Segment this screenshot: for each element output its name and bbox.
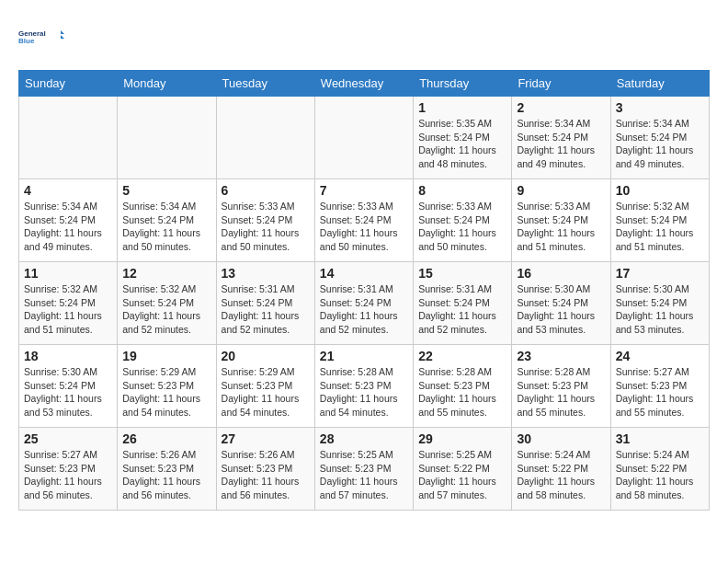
logo: General Blue <box>18 18 64 55</box>
calendar-cell: 9Sunrise: 5:33 AM Sunset: 5:24 PM Daylig… <box>512 179 610 262</box>
day-number: 21 <box>320 349 408 363</box>
day-number: 20 <box>222 349 310 363</box>
calendar-cell: 1Sunrise: 5:35 AM Sunset: 5:24 PM Daylig… <box>414 97 512 179</box>
calendar-cell: 20Sunrise: 5:29 AM Sunset: 5:23 PM Dayli… <box>216 345 314 428</box>
calendar-cell: 18Sunrise: 5:30 AM Sunset: 5:24 PM Dayli… <box>19 345 118 428</box>
day-number: 11 <box>24 266 112 281</box>
calendar-cell: 6Sunrise: 5:33 AM Sunset: 5:24 PM Daylig… <box>216 179 314 262</box>
calendar-cell: 11Sunrise: 5:32 AM Sunset: 5:24 PM Dayli… <box>19 262 118 345</box>
day-number: 5 <box>122 183 210 198</box>
page-header: General Blue <box>18 18 710 55</box>
day-number: 29 <box>418 431 506 446</box>
calendar-cell: 14Sunrise: 5:31 AM Sunset: 5:24 PM Dayli… <box>314 262 413 345</box>
calendar-cell: 7Sunrise: 5:33 AM Sunset: 5:24 PM Daylig… <box>314 179 413 262</box>
day-number: 4 <box>24 183 112 198</box>
day-detail: Sunrise: 5:32 AM Sunset: 5:24 PM Dayligh… <box>122 282 210 337</box>
day-detail: Sunrise: 5:34 AM Sunset: 5:24 PM Dayligh… <box>24 200 112 254</box>
day-number: 26 <box>122 431 210 446</box>
calendar-cell: 12Sunrise: 5:32 AM Sunset: 5:24 PM Dayli… <box>118 262 216 345</box>
day-number: 28 <box>320 431 408 446</box>
calendar-cell: 4Sunrise: 5:34 AM Sunset: 5:24 PM Daylig… <box>19 179 118 262</box>
day-detail: Sunrise: 5:25 AM Sunset: 5:22 PM Dayligh… <box>418 448 506 502</box>
day-detail: Sunrise: 5:33 AM Sunset: 5:24 PM Dayligh… <box>222 200 310 254</box>
calendar-cell: 15Sunrise: 5:31 AM Sunset: 5:24 PM Dayli… <box>414 262 512 345</box>
calendar-cell: 29Sunrise: 5:25 AM Sunset: 5:22 PM Dayli… <box>414 428 512 511</box>
day-number: 14 <box>320 266 408 281</box>
calendar-cell <box>216 97 314 179</box>
calendar-cell: 5Sunrise: 5:34 AM Sunset: 5:24 PM Daylig… <box>118 179 216 262</box>
calendar-cell: 25Sunrise: 5:27 AM Sunset: 5:23 PM Dayli… <box>19 428 118 511</box>
day-number: 1 <box>418 100 506 115</box>
day-detail: Sunrise: 5:25 AM Sunset: 5:23 PM Dayligh… <box>320 448 408 502</box>
day-detail: Sunrise: 5:30 AM Sunset: 5:24 PM Dayligh… <box>517 282 605 337</box>
day-number: 13 <box>222 266 310 281</box>
calendar-cell: 24Sunrise: 5:27 AM Sunset: 5:23 PM Dayli… <box>610 345 709 428</box>
day-number: 27 <box>222 431 310 446</box>
day-detail: Sunrise: 5:35 AM Sunset: 5:24 PM Dayligh… <box>418 117 506 171</box>
day-detail: Sunrise: 5:26 AM Sunset: 5:23 PM Dayligh… <box>122 448 210 502</box>
calendar-cell: 8Sunrise: 5:33 AM Sunset: 5:24 PM Daylig… <box>414 179 512 262</box>
calendar-cell: 30Sunrise: 5:24 AM Sunset: 5:22 PM Dayli… <box>512 428 610 511</box>
svg-marker-2 <box>61 30 64 34</box>
day-header-wednesday: Wednesday <box>314 71 413 97</box>
day-number: 31 <box>616 431 704 446</box>
day-detail: Sunrise: 5:29 AM Sunset: 5:23 PM Dayligh… <box>122 365 210 419</box>
calendar-week-row: 1Sunrise: 5:35 AM Sunset: 5:24 PM Daylig… <box>19 97 710 179</box>
day-number: 17 <box>616 266 704 281</box>
day-number: 9 <box>517 183 605 198</box>
day-header-friday: Friday <box>512 71 610 97</box>
day-number: 23 <box>517 349 605 363</box>
calendar-cell <box>314 97 413 179</box>
day-header-thursday: Thursday <box>414 71 512 97</box>
calendar-cell: 19Sunrise: 5:29 AM Sunset: 5:23 PM Dayli… <box>118 345 216 428</box>
calendar-header-row: SundayMondayTuesdayWednesdayThursdayFrid… <box>19 71 710 97</box>
calendar-cell: 22Sunrise: 5:28 AM Sunset: 5:23 PM Dayli… <box>414 345 512 428</box>
day-detail: Sunrise: 5:33 AM Sunset: 5:24 PM Dayligh… <box>320 200 408 254</box>
day-number: 8 <box>418 183 506 198</box>
day-number: 25 <box>24 431 112 446</box>
calendar-cell: 23Sunrise: 5:28 AM Sunset: 5:23 PM Dayli… <box>512 345 610 428</box>
day-detail: Sunrise: 5:30 AM Sunset: 5:24 PM Dayligh… <box>616 282 704 337</box>
day-number: 3 <box>616 100 704 115</box>
calendar-cell: 26Sunrise: 5:26 AM Sunset: 5:23 PM Dayli… <box>118 428 216 511</box>
day-number: 2 <box>517 100 605 115</box>
day-header-monday: Monday <box>118 71 216 97</box>
logo-svg: General Blue <box>18 18 64 55</box>
day-detail: Sunrise: 5:31 AM Sunset: 5:24 PM Dayligh… <box>222 282 310 337</box>
calendar-cell: 13Sunrise: 5:31 AM Sunset: 5:24 PM Dayli… <box>216 262 314 345</box>
day-number: 16 <box>517 266 605 281</box>
day-number: 12 <box>122 266 210 281</box>
day-detail: Sunrise: 5:27 AM Sunset: 5:23 PM Dayligh… <box>616 365 704 419</box>
day-detail: Sunrise: 5:33 AM Sunset: 5:24 PM Dayligh… <box>418 200 506 254</box>
day-number: 15 <box>418 266 506 281</box>
calendar-cell: 10Sunrise: 5:32 AM Sunset: 5:24 PM Dayli… <box>610 179 709 262</box>
calendar-cell: 21Sunrise: 5:28 AM Sunset: 5:23 PM Dayli… <box>314 345 413 428</box>
day-number: 24 <box>616 349 704 363</box>
calendar-cell: 28Sunrise: 5:25 AM Sunset: 5:23 PM Dayli… <box>314 428 413 511</box>
calendar-week-row: 11Sunrise: 5:32 AM Sunset: 5:24 PM Dayli… <box>19 262 710 345</box>
day-detail: Sunrise: 5:28 AM Sunset: 5:23 PM Dayligh… <box>517 365 605 419</box>
calendar-cell <box>19 97 118 179</box>
day-detail: Sunrise: 5:31 AM Sunset: 5:24 PM Dayligh… <box>320 282 408 337</box>
day-number: 22 <box>418 349 506 363</box>
day-detail: Sunrise: 5:29 AM Sunset: 5:23 PM Dayligh… <box>222 365 310 419</box>
calendar-cell <box>118 97 216 179</box>
calendar-cell: 3Sunrise: 5:34 AM Sunset: 5:24 PM Daylig… <box>610 97 709 179</box>
calendar-cell: 2Sunrise: 5:34 AM Sunset: 5:24 PM Daylig… <box>512 97 610 179</box>
calendar-cell: 27Sunrise: 5:26 AM Sunset: 5:23 PM Dayli… <box>216 428 314 511</box>
day-detail: Sunrise: 5:28 AM Sunset: 5:23 PM Dayligh… <box>418 365 506 419</box>
day-number: 10 <box>616 183 704 198</box>
day-number: 19 <box>122 349 210 363</box>
calendar-week-row: 18Sunrise: 5:30 AM Sunset: 5:24 PM Dayli… <box>19 345 710 428</box>
day-detail: Sunrise: 5:32 AM Sunset: 5:24 PM Dayligh… <box>616 200 704 254</box>
day-number: 6 <box>222 183 310 198</box>
calendar-table: SundayMondayTuesdayWednesdayThursdayFrid… <box>18 70 710 511</box>
day-detail: Sunrise: 5:34 AM Sunset: 5:24 PM Dayligh… <box>616 117 704 171</box>
day-detail: Sunrise: 5:26 AM Sunset: 5:23 PM Dayligh… <box>222 448 310 502</box>
calendar-cell: 16Sunrise: 5:30 AM Sunset: 5:24 PM Dayli… <box>512 262 610 345</box>
day-detail: Sunrise: 5:32 AM Sunset: 5:24 PM Dayligh… <box>24 282 112 337</box>
calendar-week-row: 4Sunrise: 5:34 AM Sunset: 5:24 PM Daylig… <box>19 179 710 262</box>
calendar-cell: 31Sunrise: 5:24 AM Sunset: 5:22 PM Dayli… <box>610 428 709 511</box>
day-detail: Sunrise: 5:34 AM Sunset: 5:24 PM Dayligh… <box>517 117 605 171</box>
day-header-sunday: Sunday <box>19 71 118 97</box>
